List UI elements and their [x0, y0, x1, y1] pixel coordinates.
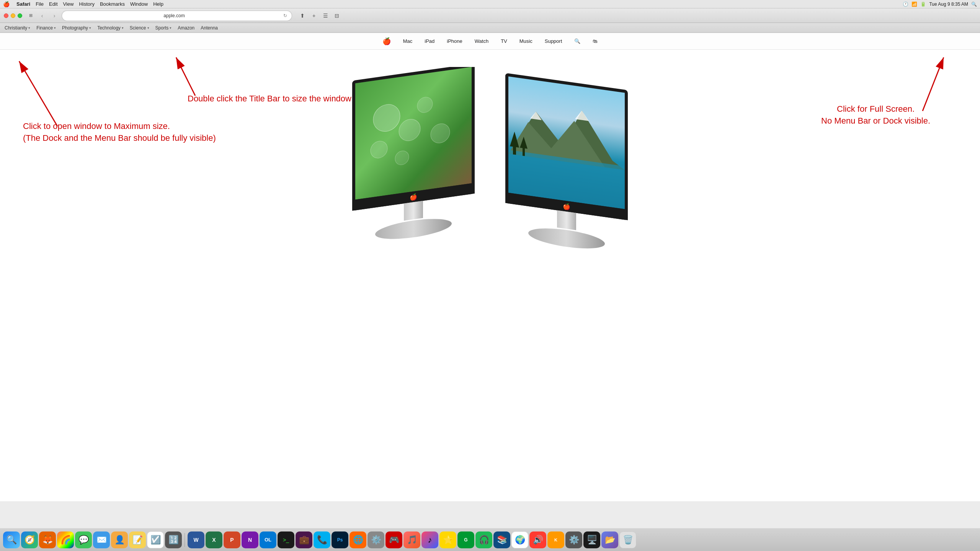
nav-tv[interactable]: TV [501, 38, 507, 44]
dock-app11[interactable]: ⚙️ [565, 531, 582, 548]
dock-app12[interactable]: 🖥️ [583, 531, 600, 548]
dock-app4[interactable]: 🎵 [403, 531, 420, 548]
nav-iphone[interactable]: iPhone [447, 38, 462, 44]
dock-itunes[interactable]: ♪ [421, 531, 438, 548]
fav-science[interactable]: Science ▾ [130, 25, 149, 31]
dock-app5[interactable]: ⭐ [439, 531, 456, 548]
dock-app6[interactable]: G [457, 531, 474, 548]
dock-app3[interactable]: 🎮 [385, 531, 402, 548]
address-bar[interactable]: apple.com ↻ [62, 11, 292, 21]
battery-icon: 🔋 [920, 2, 926, 7]
history-menu[interactable]: History [79, 1, 94, 7]
menu-bar-right: 🕐 📶 🔋 Tue Aug 9 8:35 AM 🔍 [903, 2, 977, 7]
reload-button[interactable]: ↻ [283, 13, 287, 18]
nav-ipad[interactable]: iPad [425, 38, 434, 44]
dock: 🔍 🧭 🦊 🌈 💬 ✉️ 👤 📝 ☑️ 🔢 W X P N OL >_ 💼 📞 … [0, 528, 980, 551]
fav-christianity-label: Christianity [5, 25, 27, 31]
nav-watch[interactable]: Watch [475, 38, 488, 44]
menu-bar-left: 🍎 Safari File Edit View History Bookmark… [3, 1, 163, 7]
dock-calculator[interactable]: 🔢 [165, 531, 182, 548]
dock-app2[interactable]: ⚙️ [368, 531, 384, 548]
forward-button[interactable]: › [50, 11, 59, 20]
title-bar: ⊞ ‹ › apple.com ↻ ⬆ + ☰ ⊟ [0, 8, 980, 23]
dock-photos[interactable]: 🌈 [57, 531, 74, 548]
dock-messages[interactable]: 💬 [75, 531, 92, 548]
nav-search-icon[interactable]: 🔍 [574, 38, 580, 44]
file-menu[interactable]: File [36, 1, 44, 7]
datetime: Tue Aug 9 8:35 AM [929, 2, 968, 7]
dock-reminders[interactable]: ☑️ [147, 531, 164, 548]
dock-finder[interactable]: 🔍 [3, 531, 20, 548]
clock-icon: 🕐 [903, 2, 908, 7]
svg-line-3 [176, 57, 195, 96]
apple-icon[interactable]: 🍎 [3, 1, 10, 7]
browser-content: Click to open window to Maximum size. (T… [0, 50, 980, 501]
fav-photography[interactable]: Photography ▾ [62, 25, 91, 31]
dock-app10[interactable]: 🔊 [529, 531, 546, 548]
fav-christianity[interactable]: Christianity ▾ [5, 25, 30, 31]
dock-app1[interactable]: 🌐 [350, 531, 366, 548]
dock-notes[interactable]: 📝 [129, 531, 146, 548]
dock-outlook[interactable]: OL [260, 531, 276, 548]
science-arrow-icon: ▾ [147, 26, 149, 30]
dock-contacts[interactable]: 👤 [111, 531, 128, 548]
photography-arrow-icon: ▾ [89, 26, 91, 30]
safari-menu[interactable]: Safari [16, 1, 30, 7]
dock-onenote[interactable]: N [242, 531, 258, 548]
add-bookmark-button[interactable]: + [309, 11, 318, 20]
sidebar-button[interactable]: ⊟ [332, 11, 341, 20]
favorites-bar: Christianity ▾ Finance ▾ Photography ▾ T… [0, 23, 980, 33]
apple-logo-nav[interactable]: 🍎 [382, 37, 391, 46]
dock-app8[interactable]: 📚 [493, 531, 510, 548]
help-menu[interactable]: Help [153, 1, 163, 7]
nav-bag-icon[interactable]: 🛍 [593, 38, 598, 44]
bookmarks-menu[interactable]: Bookmarks [100, 1, 125, 7]
dock-terminal[interactable]: >_ [278, 531, 294, 548]
back-button[interactable]: ‹ [38, 11, 47, 20]
tab-grid-button[interactable]: ⊞ [28, 13, 34, 19]
minimize-button[interactable] [11, 13, 15, 18]
fav-amazon-label: Amazon [178, 25, 194, 31]
dock-slack[interactable]: 💼 [296, 531, 312, 548]
technology-arrow-icon: ▾ [122, 26, 124, 30]
search-menu-icon[interactable]: 🔍 [971, 2, 977, 7]
annotation3-text: Click for Full Screen. No Menu Bar or Do… [821, 103, 930, 127]
reading-list-button[interactable]: ☰ [321, 11, 330, 20]
nav-support[interactable]: Support [545, 38, 562, 44]
share-button[interactable]: ⬆ [298, 11, 307, 20]
dock-excel[interactable]: X [206, 531, 222, 548]
dock-trash[interactable]: 🗑️ [619, 531, 636, 548]
dock-word[interactable]: W [188, 531, 204, 548]
dock-app7[interactable]: 🎧 [475, 531, 492, 548]
dock-separator1 [185, 533, 185, 547]
svg-rect-17 [404, 201, 423, 221]
maximize-button[interactable] [18, 13, 22, 18]
nav-music[interactable]: Music [519, 38, 532, 44]
dock-photoshop[interactable]: Ps [332, 531, 348, 548]
dock-powerpoint[interactable]: P [224, 531, 240, 548]
fav-science-label: Science [130, 25, 146, 31]
fav-amazon[interactable]: Amazon [178, 25, 194, 31]
edit-menu[interactable]: Edit [49, 1, 57, 7]
sports-arrow-icon: ▾ [170, 26, 172, 30]
nav-mac[interactable]: Mac [403, 38, 413, 44]
dock-app9[interactable]: 🌍 [511, 531, 528, 548]
fav-finance-label: Finance [36, 25, 53, 31]
fav-antenna[interactable]: Antenna [201, 25, 218, 31]
fav-technology[interactable]: Technology ▾ [97, 25, 124, 31]
apple-nav: 🍎 Mac iPad iPhone Watch TV Music Support… [0, 33, 980, 50]
wifi-icon: 📶 [911, 2, 917, 7]
fav-sports[interactable]: Sports ▾ [155, 25, 172, 31]
fav-finance[interactable]: Finance ▾ [36, 25, 56, 31]
close-button[interactable] [4, 13, 8, 18]
view-menu[interactable]: View [63, 1, 74, 7]
dock-mail[interactable]: ✉️ [93, 531, 110, 548]
svg-line-5 [923, 57, 944, 111]
dock-kindle[interactable]: K [547, 531, 564, 548]
dock-safari[interactable]: 🧭 [21, 531, 38, 548]
window-menu[interactable]: Window [130, 1, 148, 7]
fav-antenna-label: Antenna [201, 25, 218, 31]
dock-app13[interactable]: 📂 [601, 531, 618, 548]
dock-skype[interactable]: 📞 [314, 531, 330, 548]
dock-firefox[interactable]: 🦊 [39, 531, 56, 548]
